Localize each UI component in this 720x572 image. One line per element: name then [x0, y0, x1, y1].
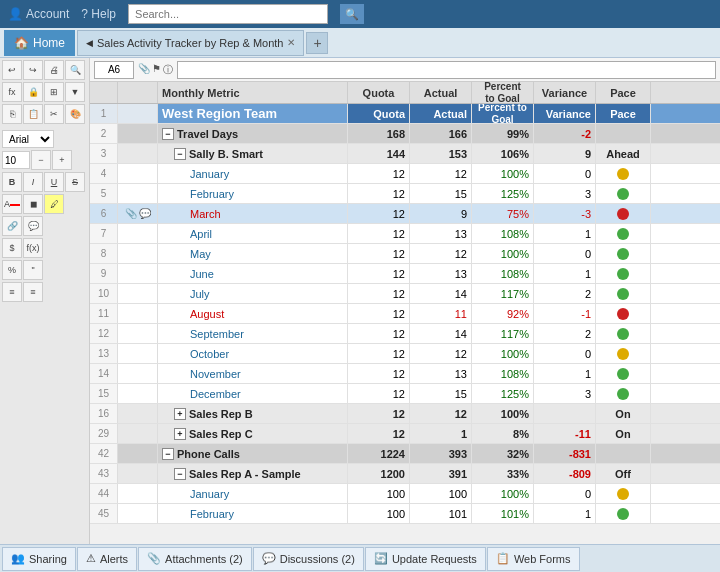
- pace-indicator: [617, 348, 629, 360]
- month-link[interactable]: November: [190, 368, 241, 380]
- font-select[interactable]: Arial: [2, 130, 54, 148]
- collapse-icon[interactable]: −: [162, 448, 174, 460]
- grid-button[interactable]: ⊞: [44, 82, 64, 102]
- month-link[interactable]: September: [190, 328, 244, 340]
- fill-color-button[interactable]: ◼: [23, 194, 43, 214]
- tab-close-icon[interactable]: ✕: [287, 37, 295, 48]
- column-header-pace: Pace: [596, 82, 651, 103]
- cell-variance: 2: [534, 284, 596, 303]
- tab-sharing[interactable]: 👥 Sharing: [2, 547, 76, 571]
- formula-input[interactable]: [177, 61, 716, 79]
- pace-indicator: [617, 228, 629, 240]
- month-link[interactable]: May: [190, 248, 211, 260]
- collapse-subgroup-icon[interactable]: −: [174, 468, 186, 480]
- font-size-input[interactable]: [2, 151, 30, 169]
- highlight-button[interactable]: 🖊: [44, 194, 64, 214]
- italic-button[interactable]: I: [23, 172, 43, 192]
- indent-button[interactable]: ≡: [2, 282, 22, 302]
- quote-button[interactable]: ": [23, 260, 43, 280]
- tab-update-requests-label: Update Requests: [392, 553, 477, 565]
- function-button[interactable]: f(x): [23, 238, 43, 258]
- row-number: 3: [90, 144, 118, 163]
- bold-button[interactable]: B: [2, 172, 22, 192]
- cell-quota: 1200: [348, 464, 410, 483]
- table-row: 3 −Sally B. Smart 144 153 106% 9 Ahead: [90, 144, 720, 164]
- account-menu[interactable]: 👤 Account: [8, 7, 69, 21]
- main-layout: ↩ ↪ 🖨 🔍 fx 🔒 ⊞ ▼ ⎘ 📋 ✂ 🎨 Arial − +: [0, 58, 720, 544]
- tab-update-requests[interactable]: 🔄 Update Requests: [365, 547, 486, 571]
- attachments-icon: 📎: [147, 552, 161, 565]
- help-menu[interactable]: ? Help: [81, 7, 116, 21]
- tab-alerts[interactable]: ⚠ Alerts: [77, 547, 137, 571]
- tab-attachments[interactable]: 📎 Attachments (2): [138, 547, 252, 571]
- filter-button[interactable]: ▼: [65, 82, 85, 102]
- month-link[interactable]: October: [190, 348, 229, 360]
- month-link[interactable]: February: [190, 188, 234, 200]
- lock-button[interactable]: 🔒: [23, 82, 43, 102]
- month-link[interactable]: December: [190, 388, 241, 400]
- font-size-decrease[interactable]: −: [31, 150, 51, 170]
- info-icon: ⓘ: [163, 63, 173, 77]
- month-link[interactable]: March: [190, 208, 221, 220]
- font-size-increase[interactable]: +: [52, 150, 72, 170]
- row-number: 2: [90, 124, 118, 143]
- cell-reference-input[interactable]: [94, 61, 134, 79]
- comment-button[interactable]: 💬: [23, 216, 43, 236]
- collapse-subgroup-icon[interactable]: −: [174, 148, 186, 160]
- cell-variance: 2: [534, 324, 596, 343]
- tab-discussions[interactable]: 💬 Discussions (2): [253, 547, 364, 571]
- tab-add-button[interactable]: +: [306, 32, 328, 54]
- row-icons: [118, 224, 158, 243]
- formula-button[interactable]: fx: [2, 82, 22, 102]
- expand-icon[interactable]: +: [174, 408, 186, 420]
- grid-body[interactable]: 1 West Region Team Quota Actual Percent …: [90, 104, 720, 544]
- tab-sheet[interactable]: ◀ Sales Activity Tracker by Rep & Month …: [77, 30, 304, 56]
- undo-button[interactable]: ↩: [2, 60, 22, 80]
- redo-button[interactable]: ↪: [23, 60, 43, 80]
- cell-metric: July: [158, 284, 348, 303]
- percent-button[interactable]: %: [2, 260, 22, 280]
- zoom-button[interactable]: 🔍: [65, 60, 85, 80]
- search-input[interactable]: [135, 8, 321, 20]
- column-header-actual: Actual: [410, 82, 472, 103]
- month-link[interactable]: July: [190, 288, 210, 300]
- copy-button[interactable]: ⎘: [2, 104, 22, 124]
- pace-indicator: [617, 508, 629, 520]
- row-number: 43: [90, 464, 118, 483]
- cell-variance: 0: [534, 344, 596, 363]
- formula-icons: 📎 ⚑ ⓘ: [138, 63, 173, 77]
- text-color-button[interactable]: A: [2, 194, 22, 214]
- row-number: 12: [90, 324, 118, 343]
- search-box[interactable]: [128, 4, 328, 24]
- currency-button[interactable]: $: [2, 238, 22, 258]
- strikethrough-button[interactable]: S: [65, 172, 85, 192]
- cell-pace: [596, 244, 651, 263]
- outdent-button[interactable]: ≡: [23, 282, 43, 302]
- pace-indicator: [617, 268, 629, 280]
- format-button[interactable]: 🎨: [65, 104, 85, 124]
- month-link[interactable]: February: [190, 508, 234, 520]
- month-link[interactable]: August: [190, 308, 224, 320]
- link-button[interactable]: 🔗: [2, 216, 22, 236]
- row-number: 45: [90, 504, 118, 523]
- paste-button[interactable]: 📋: [23, 104, 43, 124]
- tab-home[interactable]: 🏠 Home: [4, 30, 75, 56]
- cell-percent: 117%: [472, 284, 534, 303]
- month-link[interactable]: January: [190, 488, 229, 500]
- cell-actual: 166: [410, 124, 472, 143]
- collapse-icon[interactable]: −: [162, 128, 174, 140]
- row-icons: [118, 124, 158, 143]
- expand-icon[interactable]: +: [174, 428, 186, 440]
- month-link[interactable]: January: [190, 168, 229, 180]
- month-link[interactable]: June: [190, 268, 214, 280]
- search-button[interactable]: 🔍: [340, 4, 364, 24]
- underline-button[interactable]: U: [44, 172, 64, 192]
- tab-bar: 🏠 Home ◀ Sales Activity Tracker by Rep &…: [0, 28, 720, 58]
- cut-button[interactable]: ✂: [44, 104, 64, 124]
- tab-back-icon[interactable]: ◀: [86, 38, 93, 48]
- cell-variance: -831: [534, 444, 596, 463]
- tab-web-forms[interactable]: 📋 Web Forms: [487, 547, 580, 571]
- month-link[interactable]: April: [190, 228, 212, 240]
- cell-pace: [596, 224, 651, 243]
- print-button[interactable]: 🖨: [44, 60, 64, 80]
